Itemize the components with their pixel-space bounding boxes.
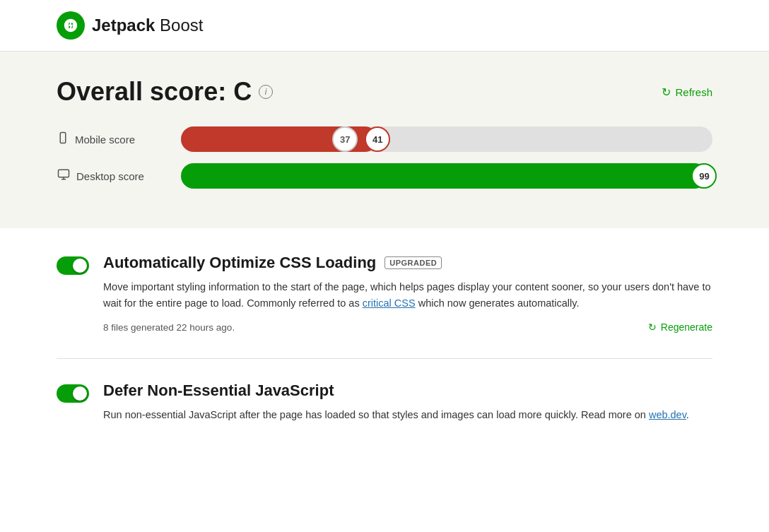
css-loading-title-row: Automatically Optimize CSS Loading UPGRA… xyxy=(103,254,712,272)
defer-js-title-row: Defer Non-Essential JavaScript xyxy=(103,382,712,400)
webdev-link[interactable]: web.dev xyxy=(649,409,686,420)
upgraded-badge: UPGRADED xyxy=(384,256,442,269)
desktop-score-row: Desktop score 99 xyxy=(57,163,712,189)
refresh-icon: ↻ xyxy=(662,85,671,99)
svg-rect-3 xyxy=(59,170,69,177)
mobile-score-row: Mobile score 37 41 xyxy=(57,126,712,152)
css-loading-title: Automatically Optimize CSS Loading xyxy=(103,254,376,272)
feature-divider xyxy=(57,358,712,359)
desktop-score-badge: 99 xyxy=(691,163,717,189)
jetpack-logo-icon xyxy=(57,11,85,40)
logo: Jetpack Boost xyxy=(57,11,203,40)
regenerate-icon: ↻ xyxy=(648,321,657,333)
css-loading-content: Automatically Optimize CSS Loading UPGRA… xyxy=(103,254,712,333)
critical-css-link[interactable]: critical CSS xyxy=(363,297,416,309)
regenerate-button[interactable]: ↻ Regenerate xyxy=(648,321,712,333)
overall-score-title: Overall score: C i xyxy=(57,77,273,107)
info-icon[interactable]: i xyxy=(259,85,273,99)
feature-css-loading: Automatically Optimize CSS Loading UPGRA… xyxy=(57,254,712,333)
mobile-icon xyxy=(57,131,69,148)
desktop-icon xyxy=(57,168,71,184)
refresh-button[interactable]: ↻ Refresh xyxy=(662,85,712,99)
defer-js-description: Run non-essential JavaScript after the p… xyxy=(103,407,712,423)
css-loading-footer: 8 files generated 22 hours ago. ↻ Regene… xyxy=(103,321,712,333)
css-loading-toggle[interactable] xyxy=(57,256,89,275)
score-section: Overall score: C i ↻ Refresh Mobile scor… xyxy=(0,52,769,228)
mobile-score-badge: 41 xyxy=(365,126,390,152)
header: Jetpack Boost xyxy=(0,0,769,52)
svg-rect-1 xyxy=(60,132,66,143)
app-title: Jetpack Boost xyxy=(92,16,203,35)
feature-defer-js: Defer Non-Essential JavaScript Run non-e… xyxy=(57,382,712,433)
css-loading-description: Move important styling information to th… xyxy=(103,279,712,312)
defer-js-content: Defer Non-Essential JavaScript Run non-e… xyxy=(103,382,712,433)
desktop-score-label: Desktop score xyxy=(57,168,170,184)
mobile-score-label: Mobile score xyxy=(57,131,170,148)
desktop-score-bar: 99 xyxy=(181,163,712,189)
mobile-prev-score-badge: 37 xyxy=(332,126,358,152)
css-loading-status: 8 files generated 22 hours ago. xyxy=(103,322,235,333)
mobile-score-bar: 37 41 xyxy=(181,126,712,152)
defer-js-toggle[interactable] xyxy=(57,384,89,403)
score-header: Overall score: C i ↻ Refresh xyxy=(57,77,712,107)
defer-js-title: Defer Non-Essential JavaScript xyxy=(103,382,334,400)
features-section: Automatically Optimize CSS Loading UPGRA… xyxy=(0,228,769,485)
mobile-bar-fill: 37 41 xyxy=(181,126,377,152)
desktop-bar-fill: 99 xyxy=(181,163,707,189)
